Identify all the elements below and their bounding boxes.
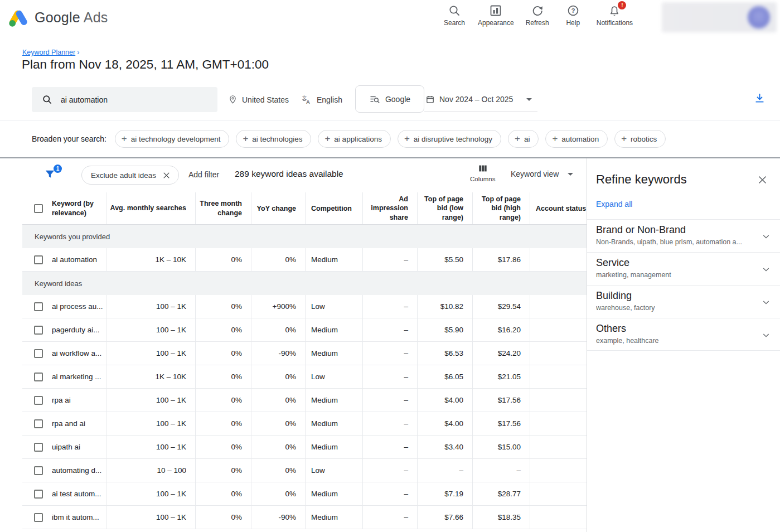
- bid-low-cell: $6.53: [417, 342, 472, 365]
- broaden-label: Broaden your search:: [32, 134, 106, 143]
- row-checkbox[interactable]: [34, 302, 43, 311]
- refine-section-building[interactable]: Building warehouse, factory: [587, 285, 780, 318]
- row-checkbox[interactable]: [34, 396, 43, 405]
- bid-low-cell: $4.00: [417, 412, 472, 435]
- table-row: pagerduty ai... 100 – 1K 0% 0% Medium – …: [22, 318, 587, 342]
- account-status-cell: [530, 459, 587, 482]
- bid-high-cell: $16.20: [472, 318, 530, 341]
- three-month-change-cell: 0%: [195, 482, 251, 505]
- search-icon: [448, 4, 461, 17]
- close-icon[interactable]: [162, 171, 171, 180]
- section-keywords-you-provided: Keywords you provided: [22, 225, 587, 248]
- column-header[interactable]: Competition: [305, 192, 362, 224]
- google-ads-logo[interactable]: GoogleAds: [8, 7, 108, 27]
- avatar: [748, 6, 770, 28]
- breadcrumb-keyword-planner-link[interactable]: Keyword Planner: [22, 49, 75, 56]
- column-header[interactable]: Three month change: [195, 192, 251, 224]
- column-header[interactable]: Account status: [530, 192, 587, 224]
- notifications-button[interactable]: ! Notifications: [597, 4, 633, 27]
- row-checkbox[interactable]: [34, 513, 43, 522]
- network-selector[interactable]: Google: [355, 85, 424, 113]
- exclude-adult-ideas-chip[interactable]: Exclude adult ideas: [81, 166, 179, 185]
- download-button[interactable]: [754, 93, 766, 107]
- app-header: GoogleAds Search Appearance Refresh: [0, 0, 780, 35]
- three-month-change-cell: 0%: [195, 459, 251, 482]
- keyword-cell[interactable]: automating d...: [52, 466, 101, 475]
- row-checkbox[interactable]: [34, 373, 43, 381]
- keyword-cell[interactable]: ai marketing ...: [52, 373, 101, 381]
- broaden-chip[interactable]: +ai technology development: [115, 130, 230, 148]
- expand-all-link[interactable]: Expand all: [596, 200, 632, 209]
- keyword-cell[interactable]: pagerduty ai...: [52, 326, 100, 334]
- keyword-cell[interactable]: rpa and ai: [52, 419, 85, 428]
- keyword-cell[interactable]: ai workflow a...: [52, 349, 101, 357]
- account-info-blurred[interactable]: [662, 2, 777, 32]
- competition-cell: Medium: [305, 412, 362, 435]
- keyword-cell[interactable]: ai automation: [52, 255, 97, 264]
- column-header[interactable]: Top of page bid (high range): [472, 192, 530, 224]
- translate-icon: 文 A: [302, 94, 312, 105]
- broaden-chip[interactable]: +automation: [545, 130, 608, 148]
- close-panel-button[interactable]: [757, 175, 768, 187]
- keyword-search-input[interactable]: ai automation: [32, 87, 217, 112]
- appearance-button[interactable]: Appearance: [478, 4, 514, 27]
- chevron-down-icon: [762, 232, 771, 241]
- broaden-chip[interactable]: +ai applications: [318, 130, 391, 148]
- avg-monthly-searches-cell: 100 – 1K: [106, 482, 195, 505]
- row-checkbox[interactable]: [34, 326, 43, 335]
- keyword-cell[interactable]: uipath ai: [52, 443, 80, 451]
- filter-button[interactable]: 1: [43, 168, 56, 183]
- column-header[interactable]: YoY change: [251, 192, 305, 224]
- competition-cell: Medium: [305, 389, 362, 412]
- ad-impression-share-cell: –: [362, 436, 417, 458]
- account-status-cell: [530, 412, 587, 435]
- location-selector[interactable]: United States: [228, 87, 289, 112]
- keyword-cell[interactable]: rpa ai: [52, 396, 71, 404]
- row-checkbox[interactable]: [34, 466, 43, 475]
- keyword-cell[interactable]: ai test autom...: [52, 490, 101, 498]
- table-row: ai process au... 100 – 1K 0% +900% Low –…: [22, 295, 587, 318]
- bid-high-cell: $15.00: [472, 436, 530, 458]
- select-all-checkbox[interactable]: [34, 204, 43, 213]
- competition-cell: Medium: [305, 248, 362, 271]
- refine-section-others[interactable]: Others example, healthcare: [587, 318, 780, 351]
- language-selector[interactable]: 文 A English: [302, 87, 342, 112]
- column-header[interactable]: Avg. monthly searches: [106, 192, 195, 224]
- ad-impression-share-cell: –: [362, 482, 417, 505]
- add-filter-button[interactable]: Add filter: [188, 170, 219, 179]
- three-month-change-cell: 0%: [195, 342, 251, 365]
- close-icon: [757, 175, 768, 185]
- keyword-cell[interactable]: ibm it autom...: [52, 513, 99, 521]
- download-icon: [754, 93, 766, 104]
- columns-button[interactable]: Columns: [470, 163, 495, 182]
- broaden-chip[interactable]: +ai: [508, 130, 539, 148]
- yoy-change-cell: 0%: [251, 365, 305, 388]
- refine-section-brand[interactable]: Brand or Non-Brand Non-Brands, uipath, b…: [587, 219, 780, 252]
- bid-high-cell: $17.86: [472, 248, 530, 271]
- account-status-cell: [530, 506, 587, 529]
- broaden-chip[interactable]: +ai technologies: [236, 130, 311, 148]
- column-header[interactable]: Top of page bid (low range): [417, 192, 472, 224]
- broaden-chip[interactable]: +robotics: [614, 130, 666, 148]
- help-button[interactable]: ? Help: [561, 4, 585, 27]
- row-checkbox[interactable]: [34, 255, 43, 264]
- column-header[interactable]: Ad impression share: [362, 192, 417, 224]
- table-row: rpa and ai 100 – 1K 0% 0% Medium – $4.00…: [22, 412, 587, 436]
- three-month-change-cell: 0%: [195, 365, 251, 388]
- refresh-button[interactable]: Refresh: [525, 4, 550, 27]
- keyword-cell[interactable]: ai process au...: [52, 302, 103, 311]
- row-checkbox[interactable]: [34, 443, 43, 452]
- broaden-chip[interactable]: +ai disruptive technology: [398, 130, 501, 148]
- plus-icon: +: [122, 134, 127, 143]
- account-status-cell: [530, 389, 587, 412]
- row-checkbox[interactable]: [34, 419, 43, 428]
- keyword-view-dropdown[interactable]: Keyword view: [511, 170, 573, 178]
- search-nav-button[interactable]: Search: [442, 4, 467, 27]
- row-checkbox[interactable]: [34, 349, 43, 358]
- date-range-selector[interactable]: Nov 2024 – Oct 2025: [424, 87, 537, 112]
- row-checkbox[interactable]: [34, 490, 43, 499]
- column-header[interactable]: Keyword (by relevance): [52, 199, 106, 217]
- yoy-change-cell: 0%: [251, 482, 305, 505]
- refine-section-service[interactable]: Service marketing, management: [587, 252, 780, 285]
- three-month-change-cell: 0%: [195, 436, 251, 458]
